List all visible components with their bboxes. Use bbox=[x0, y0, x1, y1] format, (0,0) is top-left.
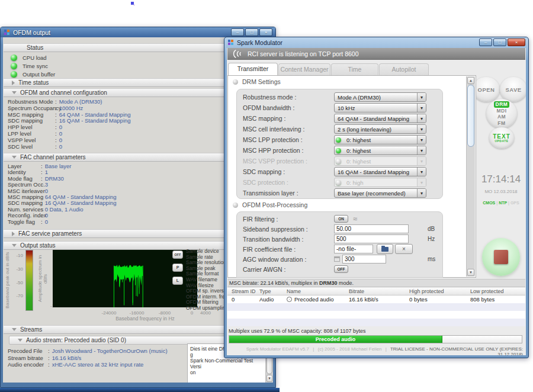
scroll-up-arrow[interactable]: ▲ bbox=[467, 77, 474, 84]
colon: : bbox=[48, 355, 50, 361]
setting-label: MSC HPP protection : bbox=[243, 147, 334, 154]
close-button[interactable]: × bbox=[259, 28, 272, 36]
browse-file-button[interactable] bbox=[377, 244, 393, 254]
table-header-row: Stream IDTypeNameBitrateHigh protectedLo… bbox=[227, 288, 525, 295]
scrollbar-thumb[interactable] bbox=[467, 85, 474, 147]
text-update-button[interactable]: TEXT UPDATE bbox=[489, 127, 514, 149]
kv-row: Precoded File:Josh Woodward - TogetherOn… bbox=[8, 348, 168, 355]
dropdown[interactable]: 2 s (long interleaving)▾ bbox=[334, 124, 426, 134]
unit-label: ms bbox=[428, 256, 435, 262]
settings-row: MSC LPP protection :0: highest▾ bbox=[237, 134, 442, 145]
axis-tick: -10 bbox=[16, 253, 23, 258]
tab-autopilot[interactable]: Autopilot bbox=[379, 63, 429, 75]
unit-label: Hz bbox=[428, 236, 435, 242]
scroll-down-arrow[interactable]: ▼ bbox=[467, 269, 474, 276]
stop-icon bbox=[494, 250, 508, 264]
stop-modulator-button[interactable] bbox=[482, 238, 520, 276]
settings-row: Transmission layer :Base layer (recommen… bbox=[237, 188, 442, 198]
colon: : bbox=[41, 188, 43, 194]
section-title: Audio stream: Precoded audio (SID 0) bbox=[26, 337, 126, 343]
section-title: OFDM Post-Processing bbox=[242, 201, 307, 208]
agc-window-input[interactable] bbox=[342, 255, 386, 264]
transmitter-panel: DRM Settings Robustness mode :Mode A (DR… bbox=[227, 75, 476, 278]
transition-bandwidth-input[interactable] bbox=[334, 234, 409, 243]
table-cell: 0 bbox=[232, 296, 259, 303]
panel-vertical-scrollbar[interactable]: ▲ ▼ bbox=[466, 76, 475, 277]
sideband-suppression-input[interactable] bbox=[334, 224, 409, 233]
minimize-button[interactable]: – bbox=[231, 28, 244, 36]
mode-select-button[interactable]: DRM MDI AM FM bbox=[486, 99, 517, 128]
field-label: Audio encoder bbox=[8, 361, 48, 368]
chevron-down-icon: ▾ bbox=[417, 104, 426, 113]
drm-settings-header[interactable]: DRM Settings bbox=[233, 78, 281, 85]
section-title: OFDM and channel configuration bbox=[20, 89, 107, 96]
gray-led-icon bbox=[336, 180, 341, 185]
setting-label: AGC window duration : bbox=[243, 256, 334, 263]
column-header: High protected bbox=[409, 288, 470, 294]
spark-content: RCI server is listening on TCP port 8600… bbox=[227, 48, 526, 355]
colon: : bbox=[41, 169, 43, 175]
close-button[interactable]: × bbox=[508, 38, 525, 46]
desktop: OFDM output – □ × Status CPU loadTime sy… bbox=[0, 0, 533, 392]
carrier-awgn-toggle[interactable]: OFF bbox=[334, 265, 348, 273]
separator: | bbox=[313, 346, 314, 352]
minimize-button[interactable]: – bbox=[479, 38, 492, 46]
dropdown[interactable]: 16 QAM - Standard Mapping▾ bbox=[334, 167, 426, 176]
open-button[interactable]: OPEN bbox=[473, 77, 500, 102]
dropdown[interactable]: 10 kHz▾ bbox=[334, 103, 426, 113]
filter-wave-icon: ≈ bbox=[353, 216, 357, 222]
p-button[interactable]: P bbox=[172, 264, 183, 272]
off-button[interactable]: OFF bbox=[172, 250, 183, 259]
table-cell: Precoded audio bbox=[287, 296, 349, 303]
ofdm-titlebar[interactable]: OFDM output – □ × bbox=[1, 27, 275, 37]
msc-text: mode. bbox=[338, 280, 354, 286]
setting-label: Sideband suppression : bbox=[243, 226, 334, 233]
clock-date: MO 12.03.2018 bbox=[475, 189, 526, 194]
text-line: Spark Non-Commercial Test Versi bbox=[190, 358, 265, 369]
spark-app-icon bbox=[228, 40, 234, 46]
colon: : bbox=[41, 175, 43, 182]
settings-row: SDC protection :0: high▾ bbox=[237, 177, 442, 188]
tab-transmitter[interactable]: Transmitter bbox=[228, 63, 278, 75]
msc-bitrate-line: MSC bitrate: 22.14 kBit/s, multiplex in … bbox=[227, 279, 525, 287]
table-cell: Audio bbox=[259, 296, 287, 303]
tab-time[interactable]: Time bbox=[331, 63, 378, 75]
fir-file-input[interactable] bbox=[334, 245, 373, 253]
save-button[interactable]: SAVE bbox=[500, 77, 526, 102]
dropdown[interactable]: 64 QAM - Standard Mapping▾ bbox=[334, 114, 426, 123]
sideband-suppression-row: Sideband suppression : dB bbox=[237, 224, 442, 234]
colon: : bbox=[41, 163, 43, 169]
unit-label: dB bbox=[428, 226, 435, 232]
section-title: DRM Settings bbox=[242, 78, 281, 85]
license-text: TRIAL LICENSE - NON-COMMERCIAL USE ONLY … bbox=[390, 346, 523, 355]
fir-filtering-toggle[interactable]: ON bbox=[334, 215, 348, 223]
progress-label: Precoded audio bbox=[316, 336, 356, 342]
clear-file-button[interactable]: × bbox=[395, 244, 413, 254]
table-row-empty bbox=[227, 311, 525, 319]
meter-axis-label: Baseband peak out in dBfs bbox=[5, 250, 10, 311]
dropdown[interactable]: Base layer (recommended)▾ bbox=[334, 188, 426, 198]
table-row[interactable]: 0AudioPrecoded audio16.16 kBit/s0 bytes8… bbox=[227, 295, 525, 303]
multiplex-capacity-line: Multiplex uses 72.9 % of MSC capacity: 8… bbox=[229, 328, 365, 334]
dropdown[interactable]: Mode A (DRM30)▾ bbox=[334, 92, 426, 102]
dropdown-value: 10 kHz bbox=[335, 105, 417, 111]
spectrum-xlabel: Baseband frequency in Hz bbox=[86, 316, 204, 322]
dropdown[interactable]: 0: highest▾ bbox=[334, 146, 426, 155]
section-title: Streams bbox=[20, 326, 42, 333]
spark-titlebar[interactable]: Spark Modulator – □ × bbox=[224, 37, 528, 48]
post-processing-header[interactable]: OFDM Post-Processing bbox=[233, 201, 307, 208]
rci-status-text: RCI server is listening on TCP port 8600 bbox=[248, 50, 359, 57]
axis-tick: -24000 bbox=[102, 310, 117, 316]
status-label: Time sync bbox=[23, 63, 48, 69]
separator: | bbox=[386, 346, 387, 352]
maximize-button[interactable]: □ bbox=[493, 38, 506, 46]
tab-content-manager[interactable]: Content Manager bbox=[278, 63, 330, 75]
dropdown[interactable]: 0: highest▾ bbox=[334, 135, 426, 144]
axis-tick: -16000 bbox=[130, 310, 145, 316]
kv-row: Audio encoder:xHE-AAC stereo at 32 kHz i… bbox=[8, 361, 168, 368]
l-button[interactable]: L bbox=[172, 277, 183, 285]
setting-label: MSC cell interleaving : bbox=[243, 126, 334, 133]
dropdown-value: 0: highest bbox=[343, 158, 417, 165]
scroll-down-arrow[interactable]: ▼ bbox=[266, 375, 272, 382]
maximize-button[interactable]: □ bbox=[245, 28, 258, 36]
